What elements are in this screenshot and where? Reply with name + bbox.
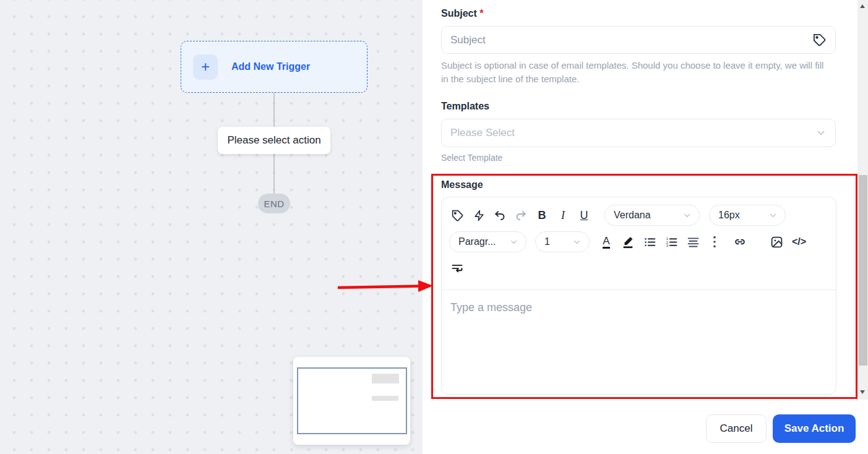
minimap-node-preview bbox=[372, 374, 399, 383]
merge-tag-icon[interactable] bbox=[812, 33, 827, 47]
font-size-select[interactable]: 16px bbox=[709, 205, 786, 226]
subject-input-placeholder: Subject bbox=[450, 34, 812, 46]
insert-image-icon[interactable] bbox=[767, 231, 786, 252]
insert-link-icon[interactable] bbox=[730, 231, 750, 252]
chevron-down-icon bbox=[768, 211, 778, 220]
panel-scrollbar[interactable] bbox=[857, 0, 868, 400]
chevron-down-icon bbox=[815, 127, 827, 139]
action-settings-panel: Subject * Subject Subject is optional in… bbox=[423, 0, 868, 454]
bold-button[interactable]: B bbox=[533, 205, 551, 226]
minimap[interactable] bbox=[293, 357, 410, 445]
message-editor: B I U Verdana 16px Paragr... bbox=[441, 197, 836, 395]
undo-icon[interactable] bbox=[491, 205, 509, 226]
scrollbar-thumb[interactable] bbox=[859, 175, 867, 366]
line-height-value: 1 bbox=[544, 236, 550, 247]
ordered-list-icon[interactable]: 1. 2. 3. bbox=[662, 231, 681, 252]
plus-icon: + bbox=[193, 54, 218, 80]
save-action-button[interactable]: Save Action bbox=[773, 414, 856, 443]
font-family-select[interactable]: Verdana bbox=[604, 205, 700, 226]
toolbar-row-3 bbox=[448, 257, 830, 278]
trigger-node-label: Add New Trigger bbox=[231, 61, 310, 72]
automation-builder: + Add New Trigger Please select action E… bbox=[0, 0, 868, 454]
underline-button[interactable]: U bbox=[575, 205, 593, 226]
font-color-a-glyph: A bbox=[603, 236, 609, 249]
templates-label: Templates bbox=[441, 101, 489, 112]
message-input-area[interactable]: Type a message bbox=[442, 290, 836, 395]
flow-canvas[interactable]: + Add New Trigger Please select action E… bbox=[0, 0, 423, 454]
required-asterisk: * bbox=[479, 8, 483, 19]
action-hint-node[interactable]: Please select action bbox=[218, 127, 330, 154]
shortcut-lightning-icon[interactable] bbox=[470, 205, 488, 226]
scroll-up-arrow-icon[interactable] bbox=[860, 4, 865, 8]
code-view-button[interactable]: </> bbox=[789, 231, 809, 252]
font-size-value: 16px bbox=[718, 210, 740, 221]
subject-helper-text: Subject is optional in case of email tem… bbox=[441, 59, 831, 86]
editor-toolbar: B I U Verdana 16px Paragr... bbox=[442, 197, 836, 290]
subject-input[interactable]: Subject bbox=[441, 26, 836, 54]
end-node-label: END bbox=[264, 199, 284, 209]
font-color-button[interactable]: A bbox=[597, 231, 616, 252]
toolbar-row-2: Paragr... 1 A bbox=[448, 231, 830, 252]
more-options-icon[interactable] bbox=[705, 231, 724, 252]
scroll-down-arrow-icon[interactable] bbox=[860, 390, 865, 394]
action-hint-label: Please select action bbox=[227, 134, 320, 147]
toolbar-row-1: B I U Verdana 16px bbox=[448, 205, 830, 226]
add-new-trigger-node[interactable]: + Add New Trigger bbox=[181, 41, 367, 93]
subject-label: Subject * bbox=[441, 8, 483, 19]
subject-label-text: Subject bbox=[441, 8, 477, 19]
minimap-viewport[interactable] bbox=[297, 367, 407, 434]
templates-select-value: Please Select bbox=[450, 127, 815, 139]
message-placeholder: Type a message bbox=[450, 301, 532, 314]
svg-text:3.: 3. bbox=[666, 244, 669, 247]
chevron-down-icon bbox=[572, 238, 582, 247]
templates-helper-text: Select Template bbox=[441, 153, 502, 163]
end-node: END bbox=[258, 194, 290, 213]
paragraph-format-value: Paragr... bbox=[458, 236, 496, 247]
chevron-down-icon bbox=[509, 238, 518, 247]
highlight-color-icon[interactable] bbox=[618, 231, 638, 252]
merge-tag-icon[interactable] bbox=[448, 205, 467, 226]
paragraph-format-select[interactable]: Paragr... bbox=[449, 231, 526, 252]
align-text-icon[interactable] bbox=[684, 231, 703, 252]
italic-button[interactable]: I bbox=[554, 205, 572, 226]
redo-icon[interactable] bbox=[512, 205, 530, 226]
font-family-value: Verdana bbox=[614, 210, 651, 221]
bullet-list-icon[interactable] bbox=[640, 231, 660, 252]
message-label: Message bbox=[441, 179, 483, 191]
minimap-node-preview bbox=[372, 396, 398, 401]
cancel-button[interactable]: Cancel bbox=[706, 414, 767, 443]
word-wrap-icon[interactable] bbox=[448, 257, 466, 278]
line-height-select[interactable]: 1 bbox=[535, 231, 590, 252]
chevron-down-icon bbox=[682, 211, 692, 220]
templates-select[interactable]: Please Select bbox=[441, 119, 836, 147]
